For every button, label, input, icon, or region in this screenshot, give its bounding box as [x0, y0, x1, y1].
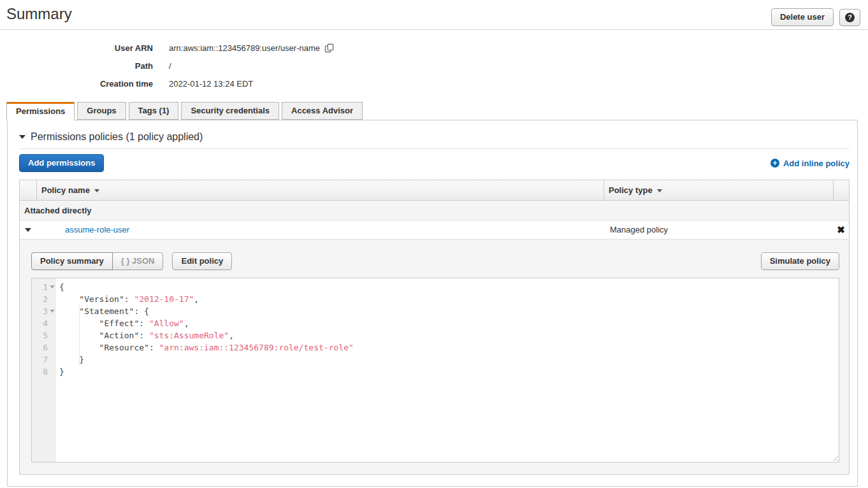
- fold-arrow-icon[interactable]: [50, 285, 55, 289]
- creation-time-value: 2022-01-12 13:24 EDT: [169, 79, 253, 89]
- editor-gutter: 12345678: [32, 278, 56, 462]
- editor-code-line: }: [59, 366, 839, 378]
- edit-policy-button[interactable]: Edit policy: [172, 252, 232, 270]
- page-title: Summary: [6, 5, 72, 23]
- editor-line-number: 6: [32, 341, 56, 354]
- user-arn-value: arn:aws:iam::123456789:user/user-name: [169, 43, 320, 53]
- policy-name-column-label: Policy name: [41, 185, 90, 195]
- editor-code-line: "Statement": {: [59, 305, 839, 317]
- policy-name-link[interactable]: assume-role-user: [65, 225, 129, 234]
- policy-type-column-header[interactable]: Policy type: [604, 180, 833, 200]
- tab-groups[interactable]: Groups: [77, 102, 126, 120]
- help-icon: ?: [845, 13, 855, 22]
- table-row: assume-role-user Managed policy ✖: [20, 220, 849, 240]
- header-action-column: [833, 180, 849, 200]
- policy-action-cell: ✖: [833, 225, 849, 234]
- header-actions: Delete user ?: [771, 8, 860, 26]
- permissions-policies-title: Permissions policies (1 policy applied): [31, 131, 203, 143]
- row-expander-toggle[interactable]: [20, 228, 36, 232]
- sort-arrow-icon: [657, 189, 662, 192]
- delete-user-button[interactable]: Delete user: [771, 8, 834, 26]
- policy-name-cell: assume-role-user: [36, 225, 604, 234]
- policies-table: Policy name Policy type Attached directl…: [19, 180, 850, 475]
- add-permissions-button[interactable]: Add permissions: [19, 154, 104, 172]
- attached-directly-label: Attached directly: [24, 206, 91, 215]
- user-info-section: User ARN arn:aws:iam::123456789:user/use…: [0, 39, 868, 92]
- editor-line-number: 1: [32, 281, 56, 293]
- user-arn-row: User ARN arn:aws:iam::123456789:user/use…: [0, 39, 868, 57]
- editor-line-number: 4: [32, 317, 56, 329]
- editor-line-number: 5: [32, 329, 56, 341]
- tab-bar: Permissions Groups Tags (1) Security cre…: [0, 102, 868, 120]
- editor-line-number: 8: [32, 366, 56, 378]
- tab-security-credentials[interactable]: Security credentials: [181, 102, 279, 120]
- header-expander-column: [20, 180, 36, 200]
- policy-detail-buttons: Policy summary { } JSON Edit policy Simu…: [31, 252, 839, 270]
- policy-type-cell: Managed policy: [604, 225, 833, 234]
- policy-detail-expanded-area: Policy summary { } JSON Edit policy Simu…: [20, 240, 849, 474]
- fold-arrow-icon[interactable]: [50, 310, 55, 313]
- editor-code-line: "Version": "2012-10-17",: [59, 293, 839, 305]
- user-arn-label: User ARN: [0, 43, 153, 53]
- policy-actions-row: Add permissions + Add inline policy: [19, 154, 850, 172]
- editor-code-line: }: [59, 354, 839, 366]
- sort-arrow-icon: [94, 189, 99, 192]
- creation-time-label: Creation time: [0, 79, 153, 89]
- policy-summary-button[interactable]: Policy summary: [31, 252, 113, 270]
- policies-table-header: Policy name Policy type: [20, 180, 849, 201]
- remove-policy-icon[interactable]: ✖: [837, 225, 845, 234]
- policy-type-column-label: Policy type: [609, 185, 653, 195]
- tab-access-advisor[interactable]: Access Advisor: [282, 102, 363, 120]
- editor-code[interactable]: { "Version": "2012-10-17", "Statement": …: [56, 278, 839, 462]
- section-collapse-caret-icon: [19, 135, 25, 139]
- editor-line-number: 3: [32, 305, 56, 317]
- plus-circle-icon: +: [770, 159, 779, 168]
- user-arn-value-wrap: arn:aws:iam::123456789:user/user-name: [169, 43, 334, 53]
- creation-time-row: Creation time 2022-01-12 13:24 EDT: [0, 75, 868, 92]
- path-value: /: [169, 61, 171, 71]
- editor-code-line: {: [59, 281, 839, 293]
- json-policy-editor[interactable]: 12345678 { "Version": "2012-10-17", "Sta…: [31, 278, 839, 463]
- attached-directly-group-row: Attached directly: [20, 201, 849, 220]
- tab-tags[interactable]: Tags (1): [129, 102, 179, 120]
- permissions-policies-section-toggle[interactable]: Permissions policies (1 policy applied): [19, 131, 850, 143]
- permissions-tab-panel: Permissions policies (1 policy applied) …: [7, 120, 858, 487]
- copy-icon[interactable]: [324, 43, 334, 53]
- add-inline-policy-label: Add inline policy: [783, 159, 850, 168]
- editor-code-line: "Resource": "arn:aws:iam::123456789:role…: [59, 341, 839, 354]
- policy-name-column-header[interactable]: Policy name: [36, 180, 604, 200]
- json-button[interactable]: { } JSON: [112, 252, 164, 270]
- section-divider: [19, 148, 850, 149]
- path-label: Path: [0, 61, 153, 71]
- editor-code-line: "Effect": "Allow",: [59, 317, 839, 329]
- tab-permissions[interactable]: Permissions: [6, 102, 75, 120]
- editor-line-number: 2: [32, 293, 56, 305]
- editor-line-number: 7: [32, 354, 56, 366]
- path-row: Path /: [0, 57, 868, 75]
- add-inline-policy-link[interactable]: + Add inline policy: [770, 159, 850, 168]
- simulate-policy-button[interactable]: Simulate policy: [761, 252, 839, 270]
- chevron-down-icon: [25, 228, 31, 232]
- help-button[interactable]: ?: [839, 9, 860, 26]
- indent-guide: [79, 305, 80, 366]
- page-header: Summary Delete user ?: [0, 0, 868, 30]
- editor-code-line: "Action": "sts:AssumeRole",: [59, 329, 839, 341]
